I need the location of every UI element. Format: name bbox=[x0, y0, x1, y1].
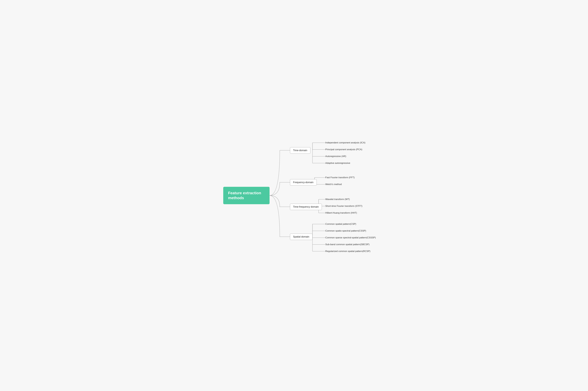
category-time-domain: Time-domain bbox=[290, 147, 310, 154]
leaf-ar-label: Autoregressive (AR) bbox=[325, 155, 346, 158]
leaf-csp-label: Common spatial pattern(CSP) bbox=[325, 223, 356, 225]
category-timefreq-domain-label: Time-frequency domain bbox=[293, 205, 319, 208]
diagram-container: Feature extraction methods Time-domain F… bbox=[219, 134, 369, 257]
leaf-aa-label: Adaptive autoregressive bbox=[325, 162, 350, 164]
category-timefreq-domain: Time-frequency domain bbox=[290, 204, 322, 210]
leaf-rcsp-label: Regularized common spatial pattern(RCSP) bbox=[325, 250, 370, 253]
leaf-sbcsp-label: Sub-band common spatial pattern(SBCSP) bbox=[325, 243, 370, 246]
leaf-welch: Welch's method bbox=[325, 183, 342, 186]
leaf-wt-label: Wavelet transform (WT) bbox=[325, 198, 350, 200]
leaf-ar: Autoregressive (AR) bbox=[325, 155, 346, 158]
leaf-hht: Hilbert-Huang transform (HHT) bbox=[325, 211, 357, 214]
category-freq-domain-label: Frequency-domain bbox=[293, 181, 313, 184]
leaf-cssp: Common spatio-spectral pattern(CSSP) bbox=[325, 229, 366, 232]
leaf-csssp: Common sparse spectral-spatial pattern(C… bbox=[325, 236, 376, 239]
leaf-pca: Principal component analysis (PCA) bbox=[325, 148, 362, 151]
main-node: Feature extraction methods bbox=[223, 187, 270, 204]
leaf-welch-label: Welch's method bbox=[325, 183, 342, 186]
category-time-domain-label: Time-domain bbox=[293, 149, 307, 152]
category-spatial-domain: Spatial domain bbox=[290, 234, 312, 240]
leaf-hht-label: Hilbert-Huang transform (HHT) bbox=[325, 211, 357, 214]
leaf-stft-label: Short-time Fourier transform (STFT) bbox=[325, 205, 362, 207]
leaf-aa: Adaptive autoregressive bbox=[325, 162, 350, 165]
leaf-sbcsp: Sub-band common spatial pattern(SBCSP) bbox=[325, 243, 370, 246]
leaf-rcsp: Regularized common spatial pattern(RCSP) bbox=[325, 250, 370, 253]
leaf-fft-label: Fast Fourier transform (FFT) bbox=[325, 176, 355, 179]
category-freq-domain: Frequency-domain bbox=[290, 179, 317, 186]
leaf-csp: Common spatial pattern(CSP) bbox=[325, 223, 356, 225]
leaf-cssp-label: Common spatio-spectral pattern(CSSP) bbox=[325, 229, 366, 232]
leaf-pca-label: Principal component analysis (PCA) bbox=[325, 148, 362, 151]
leaf-ica-label: Independent component analysis (ICA) bbox=[325, 141, 365, 144]
leaf-stft: Short-time Fourier transform (STFT) bbox=[325, 205, 362, 207]
leaf-wt: Wavelet transform (WT) bbox=[325, 198, 350, 201]
leaf-csssp-label: Common sparse spectral-spatial pattern(C… bbox=[325, 236, 376, 239]
leaf-ica: Independent component analysis (ICA) bbox=[325, 141, 365, 144]
category-spatial-domain-label: Spatial domain bbox=[293, 235, 309, 238]
leaf-fft: Fast Fourier transform (FFT) bbox=[325, 176, 355, 179]
